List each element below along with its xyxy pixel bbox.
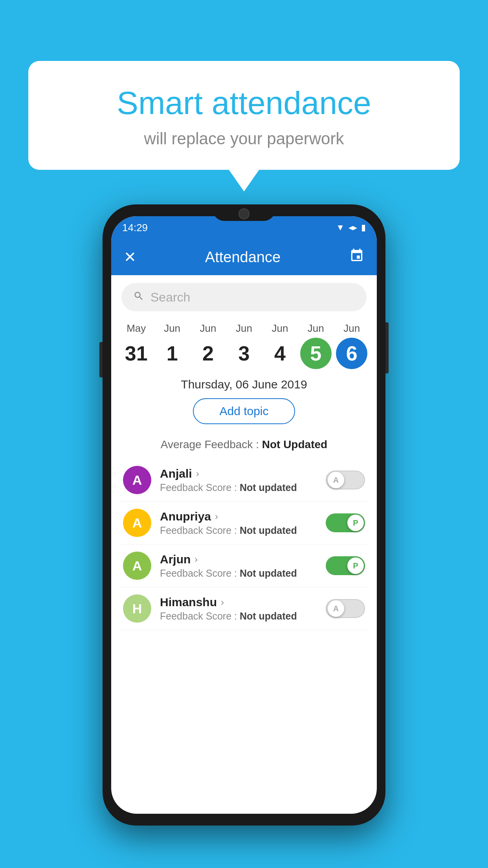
toggle-thumb: P bbox=[347, 557, 364, 574]
student-name-row: Himanshu› bbox=[160, 596, 317, 609]
calendar-day-3[interactable]: Jun3 bbox=[228, 322, 260, 369]
cal-date-number: 1 bbox=[156, 338, 188, 369]
phone-outer: 14:29 ▼ ◂▸ ▮ ✕ Attendance bbox=[103, 204, 385, 826]
toggle-thumb: A bbox=[328, 600, 344, 617]
search-placeholder: Search bbox=[150, 290, 190, 305]
cal-month-label: Jun bbox=[236, 322, 252, 335]
student-info: Himanshu›Feedback Score : Not updated bbox=[160, 596, 317, 622]
bubble-title: Smart attendance bbox=[48, 85, 440, 121]
cal-date-number: 2 bbox=[193, 338, 224, 369]
chevron-right-icon: › bbox=[194, 554, 198, 565]
student-name: Anupriya bbox=[160, 510, 211, 523]
chevron-right-icon: › bbox=[196, 468, 199, 479]
phone-camera bbox=[238, 208, 250, 219]
app-bar-title: Attendance bbox=[205, 249, 281, 266]
cal-date-number: 3 bbox=[228, 338, 260, 369]
signal-icon: ◂▸ bbox=[349, 223, 357, 233]
add-topic-button[interactable]: Add topic bbox=[193, 398, 295, 424]
chevron-right-icon: › bbox=[215, 511, 218, 522]
student-item[interactable]: AAnupriya›Feedback Score : Not updatedP bbox=[119, 502, 369, 544]
cal-month-label: Jun bbox=[343, 322, 360, 335]
avg-feedback: Average Feedback : Not Updated bbox=[111, 438, 377, 451]
toggle-thumb: P bbox=[347, 515, 364, 531]
status-time: 14:29 bbox=[122, 222, 148, 234]
student-item[interactable]: AAnjali›Feedback Score : Not updatedA bbox=[119, 459, 369, 502]
toggle-thumb: A bbox=[328, 472, 344, 488]
screen-content: Search May31Jun1Jun2Jun3Jun4Jun5Jun6 Thu… bbox=[111, 283, 377, 630]
cal-month-label: Jun bbox=[272, 322, 288, 335]
attendance-toggle[interactable]: A bbox=[326, 599, 365, 618]
search-bar[interactable]: Search bbox=[121, 283, 367, 311]
cal-month-label: Jun bbox=[308, 322, 324, 335]
attendance-toggle[interactable]: A bbox=[326, 471, 365, 489]
student-list: AAnjali›Feedback Score : Not updatedAAAn… bbox=[111, 459, 377, 630]
add-topic-wrapper: Add topic bbox=[111, 398, 377, 431]
student-item[interactable]: HHimanshu›Feedback Score : Not updatedA bbox=[119, 587, 369, 630]
phone-notch bbox=[213, 204, 275, 221]
calendar-day-2[interactable]: Jun2 bbox=[193, 322, 224, 369]
calendar-day-1[interactable]: Jun1 bbox=[156, 322, 188, 369]
cal-date-number: 6 bbox=[336, 338, 367, 369]
calendar-strip: May31Jun1Jun2Jun3Jun4Jun5Jun6 bbox=[111, 318, 377, 369]
cal-date-number: 31 bbox=[121, 338, 152, 369]
battery-icon: ▮ bbox=[361, 223, 366, 233]
student-name: Anjali bbox=[160, 467, 192, 480]
search-icon bbox=[133, 291, 144, 304]
student-name: Himanshu bbox=[160, 596, 217, 609]
student-feedback-score: Feedback Score : Not updated bbox=[160, 568, 317, 579]
cal-month-label: Jun bbox=[200, 322, 216, 335]
phone-button-left bbox=[99, 342, 103, 377]
student-avatar: A bbox=[123, 466, 151, 494]
calendar-day-5[interactable]: Jun5 bbox=[300, 322, 332, 369]
student-feedback-score: Feedback Score : Not updated bbox=[160, 482, 317, 493]
speech-bubble: Smart attendance will replace your paper… bbox=[28, 61, 460, 170]
student-info: Anupriya›Feedback Score : Not updated bbox=[160, 510, 317, 536]
student-name-row: Arjun› bbox=[160, 553, 317, 566]
calendar-day-4[interactable]: Jun4 bbox=[264, 322, 295, 369]
bubble-subtitle: will replace your paperwork bbox=[48, 129, 440, 148]
phone-screen: 14:29 ▼ ◂▸ ▮ ✕ Attendance bbox=[111, 216, 377, 814]
student-avatar: A bbox=[123, 509, 151, 537]
student-name: Arjun bbox=[160, 553, 191, 566]
close-button[interactable]: ✕ bbox=[124, 248, 136, 266]
calendar-day-6[interactable]: Jun6 bbox=[336, 322, 367, 369]
phone-container: 14:29 ▼ ◂▸ ▮ ✕ Attendance bbox=[103, 204, 385, 826]
attendance-toggle[interactable]: P bbox=[326, 513, 365, 532]
status-icons: ▼ ◂▸ ▮ bbox=[336, 223, 366, 233]
student-name-row: Anupriya› bbox=[160, 510, 317, 523]
student-avatar: H bbox=[123, 594, 151, 623]
calendar-icon[interactable] bbox=[349, 248, 364, 267]
chevron-right-icon: › bbox=[221, 597, 224, 608]
student-avatar: A bbox=[123, 552, 151, 580]
student-info: Anjali›Feedback Score : Not updated bbox=[160, 467, 317, 493]
student-info: Arjun›Feedback Score : Not updated bbox=[160, 553, 317, 579]
student-name-row: Anjali› bbox=[160, 467, 317, 480]
student-feedback-score: Feedback Score : Not updated bbox=[160, 611, 317, 622]
avg-feedback-value: Not Updated bbox=[262, 438, 327, 451]
cal-month-label: May bbox=[127, 322, 146, 335]
student-item[interactable]: AArjun›Feedback Score : Not updatedP bbox=[119, 544, 369, 587]
phone-button-right bbox=[385, 322, 389, 373]
cal-date-number: 4 bbox=[264, 338, 295, 369]
attendance-toggle[interactable]: P bbox=[326, 556, 365, 575]
app-bar: ✕ Attendance bbox=[111, 239, 377, 275]
cal-month-label: Jun bbox=[164, 322, 180, 335]
selected-date-label: Thursday, 06 June 2019 bbox=[111, 378, 377, 391]
calendar-day-31[interactable]: May31 bbox=[121, 322, 152, 369]
student-feedback-score: Feedback Score : Not updated bbox=[160, 525, 317, 536]
avg-feedback-label: Average Feedback : bbox=[161, 438, 259, 451]
wifi-icon: ▼ bbox=[336, 223, 345, 233]
cal-date-number: 5 bbox=[300, 338, 332, 369]
